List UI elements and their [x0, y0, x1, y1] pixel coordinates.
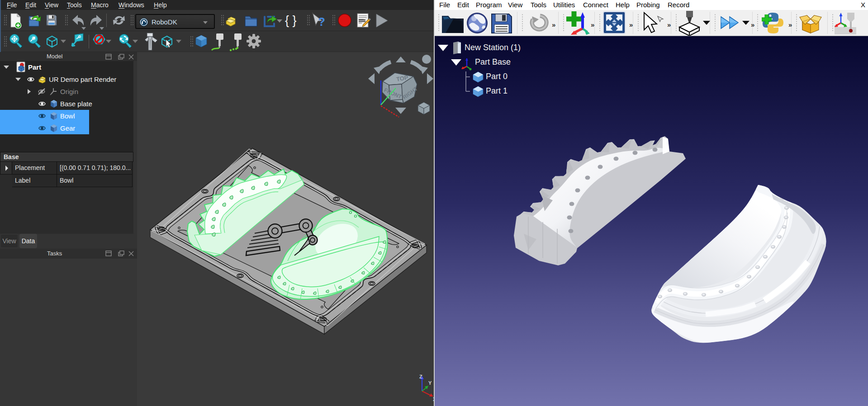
svg-text:Y: Y	[428, 380, 432, 386]
svg-text:Z: Z	[419, 374, 422, 379]
svg-text:{ }: { }	[285, 14, 297, 27]
svg-text:?: ?	[318, 15, 325, 28]
